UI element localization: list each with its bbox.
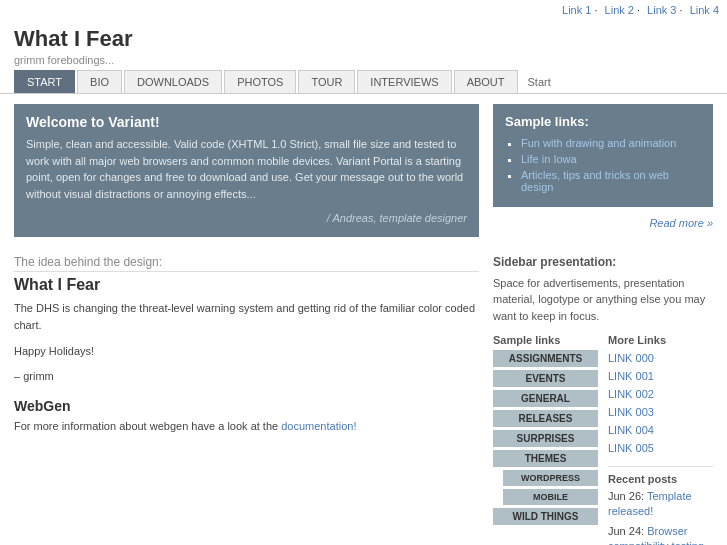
top-link-1[interactable]: Link 1 xyxy=(562,4,591,16)
sample-links-col: Sample links ASSIGNMENTS EVENTS GENERAL … xyxy=(493,334,598,545)
nav-tab-about[interactable]: ABOUT xyxy=(454,70,518,93)
list-item: Life in Iowa xyxy=(521,153,701,165)
sub-body-text: For more information about webgen have a… xyxy=(14,420,278,432)
nav-bar: START BIO DOWNLOADS PHOTOS TOUR INTERVIE… xyxy=(0,70,727,94)
nav-plain-start: Start xyxy=(520,71,559,93)
sidebar-desc: Space for advertisements, presentation m… xyxy=(493,275,713,325)
more-link-5[interactable]: LINK 005 xyxy=(608,440,713,456)
nav-tab-bio[interactable]: BIO xyxy=(77,70,122,93)
article-title: What I Fear xyxy=(14,276,479,294)
read-more-link[interactable]: Read more » xyxy=(649,217,713,229)
top-link-3[interactable]: Link 3 xyxy=(647,4,676,16)
sample-link-1[interactable]: Fun with drawing and animation xyxy=(521,137,676,149)
link-btn-general[interactable]: GENERAL xyxy=(493,390,598,407)
sidebar-heading: Sidebar presentation: xyxy=(493,255,713,269)
article-section: The idea behind the design: What I Fear … xyxy=(14,247,479,546)
link-btn-wordpress[interactable]: WORDPRESS xyxy=(503,470,598,486)
sample-links-list: Fun with drawing and animation Life in I… xyxy=(505,137,701,193)
top-link-4[interactable]: Link 4 xyxy=(690,4,719,16)
article-para-2: Happy Holidays! xyxy=(14,343,479,361)
sample-link-2[interactable]: Life in Iowa xyxy=(521,153,577,165)
sample-link-3[interactable]: Articles, tips and tricks on web design xyxy=(521,169,669,193)
link-btn-releases[interactable]: RELEASES xyxy=(493,410,598,427)
link-btn-mobile[interactable]: MOBILE xyxy=(503,489,598,505)
welcome-signature: / Andreas, template designer xyxy=(26,210,467,227)
article-para-1: The DHS is changing the threat-level war… xyxy=(14,300,479,335)
nav-tab-interviews[interactable]: INTERVIEWS xyxy=(357,70,451,93)
documentation-link[interactable]: documentation! xyxy=(281,420,356,432)
top-links-bar: Link 1 · Link 2 · Link 3 · Link 4 xyxy=(0,0,727,20)
list-item: Articles, tips and tricks on web design xyxy=(521,169,701,193)
sub-title: WebGen xyxy=(14,398,479,414)
link-btn-assignments[interactable]: ASSIGNMENTS xyxy=(493,350,598,367)
link-btn-themes[interactable]: THEMES xyxy=(493,450,598,467)
content-area: The idea behind the design: What I Fear … xyxy=(0,247,727,546)
sample-links-heading: Sample links: xyxy=(505,114,701,129)
top-link-2[interactable]: Link 2 xyxy=(605,4,634,16)
more-links-col: More Links LINK 000 LINK 001 LINK 002 LI… xyxy=(608,334,713,545)
welcome-box: Welcome to Variant! Simple, clean and ac… xyxy=(14,104,479,247)
nav-tab-downloads[interactable]: DOWNLOADS xyxy=(124,70,222,93)
link-btn-events[interactable]: EVENTS xyxy=(493,370,598,387)
more-link-2[interactable]: LINK 002 xyxy=(608,386,713,402)
sample-links-box: Sample links: Fun with drawing and anima… xyxy=(493,104,713,247)
top-section: Welcome to Variant! Simple, clean and ac… xyxy=(0,94,727,247)
site-header: What I Fear grimm forebodings... xyxy=(0,20,727,70)
recent-posts: Recent posts Jun 26: Template released! … xyxy=(608,466,713,545)
recent-post-1-date: Jun 26: xyxy=(608,490,644,502)
recent-post-2: Jun 24: Browser compatibility testing xyxy=(608,524,713,545)
recent-post-1: Jun 26: Template released! xyxy=(608,489,713,520)
nav-tab-photos[interactable]: PHOTOS xyxy=(224,70,296,93)
more-link-1[interactable]: LINK 001 xyxy=(608,368,713,384)
link-btn-wild-things[interactable]: WILD THINGS xyxy=(493,508,598,525)
welcome-heading: Welcome to Variant! xyxy=(26,114,467,130)
site-title: What I Fear xyxy=(14,26,713,52)
links-grid: Sample links ASSIGNMENTS EVENTS GENERAL … xyxy=(493,334,713,545)
read-more: Read more » xyxy=(493,217,713,229)
list-item: Fun with drawing and animation xyxy=(521,137,701,149)
more-links-col-header: More Links xyxy=(608,334,713,346)
more-link-3[interactable]: LINK 003 xyxy=(608,404,713,420)
nav-tab-tour[interactable]: TOUR xyxy=(298,70,355,93)
sub-body: For more information about webgen have a… xyxy=(14,418,479,436)
site-tagline: grimm forebodings... xyxy=(14,54,713,66)
more-link-4[interactable]: LINK 004 xyxy=(608,422,713,438)
more-link-0[interactable]: LINK 000 xyxy=(608,350,713,366)
recent-posts-header: Recent posts xyxy=(608,466,713,485)
sample-links-col-header: Sample links xyxy=(493,334,598,346)
section-heading: The idea behind the design: xyxy=(14,255,479,272)
recent-post-2-date: Jun 24: xyxy=(608,525,644,537)
welcome-body: Simple, clean and accessible. Valid code… xyxy=(26,136,467,202)
article-para-3: – grimm xyxy=(14,368,479,386)
nav-tab-start[interactable]: START xyxy=(14,70,75,93)
link-btn-surprises[interactable]: SURPRISES xyxy=(493,430,598,447)
sidebar: Sidebar presentation: Space for advertis… xyxy=(493,247,713,546)
